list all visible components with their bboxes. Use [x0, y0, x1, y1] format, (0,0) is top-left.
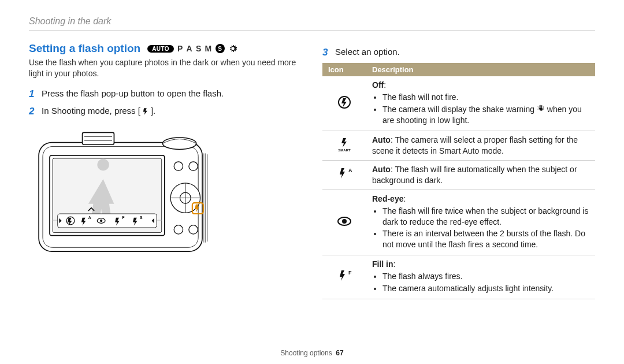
- icon-redeye: [322, 190, 366, 255]
- svg-point-20: [174, 162, 183, 170]
- svg-text:A: A: [348, 168, 352, 173]
- mode-auto-badge: AUTO: [147, 45, 174, 53]
- flash-icon: [140, 106, 151, 117]
- step-3-text: Select an option.: [335, 46, 400, 58]
- row-smart-auto: SMART Auto: The camera will select a pro…: [322, 131, 595, 161]
- page-footer: Shooting options 67: [0, 349, 624, 357]
- desc-smart-auto: Auto: The camera will select a proper fl…: [366, 131, 595, 161]
- off-b1: The flash will not fire.: [382, 92, 589, 103]
- footer-page-number: 67: [336, 349, 343, 357]
- heading-row: Setting a flash option AUTO P A S M S: [29, 42, 302, 55]
- off-b2: The camera will display the shake warnin…: [382, 104, 589, 127]
- svg-point-17: [100, 220, 102, 222]
- auto-title: Auto: [372, 165, 391, 174]
- svg-point-27: [189, 225, 198, 234]
- mode-badges: AUTO P A S M S: [147, 44, 237, 53]
- off-title: Off: [372, 80, 384, 90]
- flash-options-table: Icon Description Off: The flash will n: [322, 63, 595, 299]
- mode-gear-icon: [228, 44, 237, 53]
- fillin-b2: The camera automatically adjusts light i…: [382, 283, 589, 294]
- mode-a-badge: A: [187, 44, 192, 53]
- redeye-b2: There is an interval between the 2 burst…: [382, 228, 589, 250]
- svg-point-26: [174, 225, 183, 234]
- two-column-layout: Setting a flash option AUTO P A S M S Us…: [29, 42, 595, 299]
- intro-text: Use the flash when you capture photos in…: [29, 57, 302, 79]
- redeye-title: Red-eye: [372, 194, 403, 203]
- camera-illustration: A F S: [29, 124, 302, 262]
- breadcrumb: Shooting in the dark: [29, 16, 595, 31]
- svg-point-21: [189, 162, 198, 170]
- mode-s-circle-badge: S: [216, 44, 225, 53]
- th-icon: Icon: [322, 63, 366, 76]
- icon-auto: A: [322, 160, 366, 190]
- svg-text:F: F: [348, 270, 352, 276]
- mode-p-badge: P: [177, 44, 183, 53]
- redeye-b1: The flash will fire twice when the subje…: [382, 206, 589, 228]
- row-off: Off: The flash will not fire. The camera…: [322, 76, 595, 131]
- mode-s-badge: S: [196, 44, 202, 53]
- step-1-number: 1: [29, 87, 37, 101]
- row-fillin: F Fill in: The flash always fires. The c…: [322, 255, 595, 299]
- right-column: 3 Select an option. Icon Description: [322, 42, 595, 299]
- smart-title: Auto: [372, 135, 391, 144]
- svg-text:SMART: SMART: [338, 148, 351, 152]
- icon-off: [322, 76, 366, 131]
- step-1: 1 Press the flash pop-up button to open …: [29, 87, 302, 101]
- th-description: Description: [366, 63, 595, 76]
- svg-text:A: A: [88, 216, 91, 220]
- desc-off: Off: The flash will not fire. The camera…: [366, 76, 595, 131]
- svg-text:S: S: [140, 216, 143, 220]
- desc-fillin: Fill in: The flash always fires. The cam…: [366, 255, 595, 299]
- mode-m-badge: M: [205, 44, 212, 53]
- step-2-text-a: In Shooting mode, press [: [42, 106, 140, 116]
- shake-warning-icon: [537, 104, 545, 115]
- step-3: 3 Select an option.: [322, 46, 595, 60]
- step-2-number: 2: [29, 105, 37, 118]
- row-redeye: Red-eye: The flash will fire twice when …: [322, 190, 595, 255]
- step-3-number: 3: [322, 46, 330, 60]
- step-2-text: In Shooting mode, press [].: [42, 105, 155, 117]
- svg-text:F: F: [122, 216, 124, 220]
- row-auto: A Auto: The flash will fire automaticall…: [322, 160, 595, 190]
- svg-point-33: [342, 219, 347, 224]
- footer-section: Shooting options: [280, 349, 332, 357]
- left-column: Setting a flash option AUTO P A S M S Us…: [29, 42, 302, 299]
- step-2: 2 In Shooting mode, press [].: [29, 105, 302, 118]
- step-1-text: Press the flash pop-up button to open th…: [42, 87, 224, 99]
- desc-redeye: Red-eye: The flash will fire twice when …: [366, 190, 595, 255]
- svg-rect-3: [83, 133, 114, 145]
- section-heading: Setting a flash option: [29, 42, 140, 55]
- icon-fillin: F: [322, 255, 366, 299]
- step-2-text-b: ].: [151, 106, 155, 116]
- fillin-title: Fill in: [372, 259, 393, 269]
- manual-page: Shooting in the dark Setting a flash opt…: [0, 0, 624, 364]
- desc-auto: Auto: The flash will fire automatically …: [366, 160, 595, 190]
- svg-point-6: [162, 138, 196, 150]
- icon-smart-auto: SMART: [322, 131, 366, 161]
- camera-svg: A F S: [29, 124, 237, 262]
- fillin-b1: The flash always fires.: [382, 271, 589, 282]
